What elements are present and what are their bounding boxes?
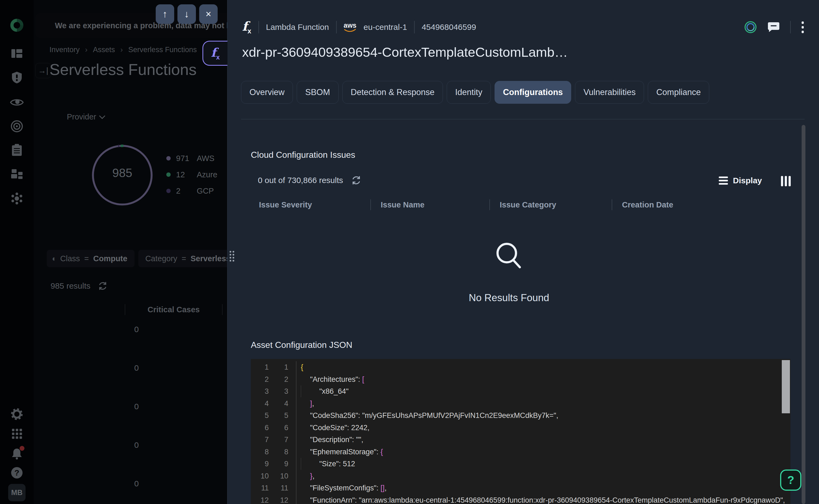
column-header-issue-severity[interactable]: Issue Severity (251, 199, 370, 210)
code-line: 44], (251, 398, 790, 410)
refresh-icon[interactable] (351, 175, 361, 185)
tab-vulnerabilities[interactable]: Vulnerabilities (575, 81, 644, 104)
line-number: 5 (251, 409, 269, 422)
app-root: ? MB We are experiencing a problem, data… (0, 0, 819, 504)
code-line: 88"EphemeralStorage": { (251, 446, 790, 458)
indent-guide (301, 446, 310, 458)
gutter-divider (288, 458, 296, 470)
gutter-divider (288, 361, 296, 373)
tab-identity[interactable]: Identity (447, 81, 491, 104)
panel-scrollbar[interactable] (802, 125, 805, 504)
code-text: "CodeSha256": "m/yGFEsUhsAPsPMUfV2PAjFvI… (301, 409, 558, 422)
indent-guide (301, 385, 310, 397)
code-line: 33"x86_64" (251, 385, 790, 398)
line-number: 1 (269, 361, 288, 373)
line-number: 11 (269, 482, 288, 494)
line-number: 12 (251, 494, 269, 504)
line-number: 6 (251, 422, 269, 434)
tab-detection-response[interactable]: Detection & Response (342, 81, 443, 104)
code-line: 11{ (251, 361, 790, 373)
line-number: 10 (251, 470, 269, 482)
indent-guide (301, 458, 310, 470)
issues-table-header: Issue SeverityIssue NameIssue CategoryCr… (251, 199, 802, 211)
asset-type-label: Lambda Function (266, 23, 329, 32)
line-number: 7 (251, 434, 269, 446)
fx-icon: fx (242, 19, 251, 35)
account-id-label: 454968046599 (422, 23, 476, 32)
gutter-divider (288, 422, 296, 434)
code-text: "x86_64" (301, 385, 348, 398)
indent-guide (310, 385, 319, 397)
line-number: 11 (251, 482, 269, 494)
panel-header: fx Lambda Function aws eu-central-1 4549… (242, 20, 476, 34)
indent-guide (301, 398, 310, 409)
code-lines: 11{22"Architectures": [33"x86_64"44],55"… (251, 361, 790, 504)
manage-columns-icon[interactable] (781, 176, 791, 186)
gutter-divider (288, 470, 296, 482)
no-results-text: No Results Found (455, 292, 563, 304)
indent-guide (301, 482, 310, 494)
gutter-divider (288, 494, 296, 504)
panel-resize-handle[interactable] (230, 251, 234, 262)
fx-icon: fx (211, 46, 219, 61)
code-line: 1010}, (251, 470, 790, 482)
line-number: 5 (269, 409, 288, 422)
line-number: 3 (251, 385, 269, 398)
banner-controls: ↑↓× (156, 4, 218, 24)
tab-compliance[interactable]: Compliance (648, 81, 709, 104)
display-button[interactable]: Display (719, 176, 762, 185)
help-button[interactable]: ? (780, 470, 801, 491)
tab-configurations[interactable]: Configurations (495, 81, 571, 104)
chat-icon[interactable] (768, 22, 779, 33)
no-results-empty-state: No Results Found (455, 239, 563, 304)
code-text: "Architectures": [ (301, 373, 364, 386)
column-header-issue-category[interactable]: Issue Category (490, 199, 612, 210)
kebab-menu-icon[interactable] (802, 21, 804, 33)
code-text: ], (301, 398, 314, 410)
aws-logo: aws (344, 22, 356, 32)
close-banner-button[interactable]: × (199, 4, 218, 24)
panel-tabs: OverviewSBOMDetection & ResponseIdentity… (241, 81, 709, 104)
asset-title: xdr-pr-3609409389654-CortexTemplateCusto… (242, 45, 786, 60)
code-text: }, (301, 470, 315, 482)
line-number: 3 (269, 385, 288, 398)
panel-header-actions (744, 20, 804, 34)
column-header-issue-name[interactable]: Issue Name (370, 199, 490, 210)
indent-guide (310, 458, 319, 470)
code-line: 55"CodeSha256": "m/yGFEsUhsAPsPMUfV2PAjF… (251, 409, 790, 422)
code-line: 22"Architectures": [ (251, 373, 790, 386)
code-text: "CodeSize": 2242, (301, 422, 369, 434)
asset-detail-panel: fx Lambda Function aws eu-central-1 4549… (227, 0, 819, 504)
code-line: 1111"FileSystemConfigs": [], (251, 482, 790, 494)
code-line: 66"CodeSize": 2242, (251, 422, 790, 434)
code-scrollbar-thumb[interactable] (782, 360, 790, 413)
line-number: 7 (269, 434, 288, 446)
indent-guide (301, 422, 310, 434)
gutter-divider (288, 409, 296, 422)
line-number: 1 (251, 361, 269, 373)
line-number: 4 (269, 398, 288, 410)
asset-config-json-viewer[interactable]: 11{22"Architectures": [33"x86_64"44],55"… (251, 359, 790, 504)
indent-guide (301, 494, 310, 504)
scroll-down-button[interactable]: ↓ (177, 4, 196, 24)
modal-dim-overlay (0, 0, 227, 504)
code-text: "EphemeralStorage": { (301, 446, 383, 458)
indent-guide (301, 434, 310, 446)
gutter-divider (288, 434, 296, 446)
line-number: 2 (269, 373, 288, 386)
code-text: "Description": "", (301, 434, 363, 446)
issues-section-title: Cloud Configuration Issues (251, 150, 355, 160)
tab-sbom[interactable]: SBOM (297, 81, 338, 104)
display-lines-icon (719, 177, 728, 185)
ai-rings-icon[interactable] (744, 21, 757, 34)
tab-overview[interactable]: Overview (241, 81, 293, 104)
indent-guide (301, 470, 310, 482)
lambda-fx-tab[interactable]: fx (202, 41, 227, 66)
column-header-creation-date[interactable]: Creation Date (612, 199, 802, 210)
scroll-up-button[interactable]: ↑ (156, 4, 174, 24)
indent-guide (301, 409, 310, 421)
gutter-divider (288, 482, 296, 494)
gutter-divider (288, 373, 296, 386)
code-line: 77"Description": "", (251, 434, 790, 446)
code-text: "FunctionArn": "arn:aws:lambda:eu-centra… (301, 494, 785, 504)
